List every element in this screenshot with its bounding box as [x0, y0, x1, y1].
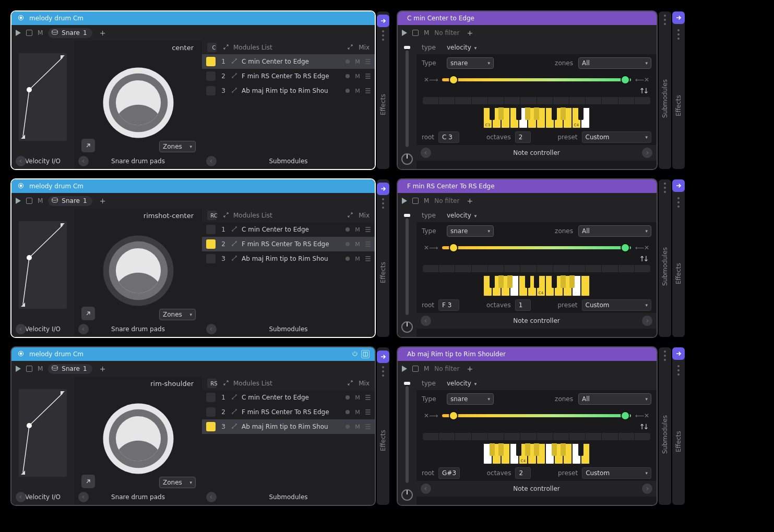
power-icon[interactable] [352, 350, 358, 358]
range-slider[interactable]: ✕⟶ ⟵✕ [424, 76, 649, 83]
piano-black-key[interactable] [552, 107, 557, 120]
expand-icon[interactable] [223, 212, 229, 220]
add-button[interactable]: + [98, 197, 108, 205]
octaves-value[interactable]: 1 [515, 299, 531, 311]
monitor-label[interactable]: M [38, 197, 43, 204]
drag-dots[interactable] [664, 183, 666, 193]
zone-indicator[interactable] [206, 225, 216, 234]
piano-black-key[interactable] [578, 443, 584, 456]
zone-indicator[interactable] [206, 422, 216, 431]
piano-black-key[interactable] [490, 107, 495, 120]
zones-select[interactable]: Zones▾ [159, 309, 196, 320]
add-button[interactable]: + [98, 29, 108, 37]
root-value[interactable]: F 3 [438, 299, 459, 311]
instrument-chip[interactable]: Snare 1 [48, 364, 92, 374]
piano-white-key[interactable] [581, 275, 590, 296]
type2-select[interactable]: snare▾ [447, 57, 494, 69]
piano-black-key[interactable] [525, 107, 530, 120]
velocity-graph[interactable] [11, 41, 74, 153]
max-handle[interactable] [621, 243, 630, 252]
drag-dots[interactable] [664, 350, 666, 361]
drag-handle[interactable] [365, 395, 371, 400]
play-button[interactable] [402, 366, 407, 372]
drum-pad[interactable] [99, 64, 177, 144]
expand-icon[interactable] [223, 380, 229, 388]
nav-left[interactable] [16, 324, 26, 334]
invert-icon[interactable]: ↑↓ [639, 87, 647, 95]
mute-label[interactable]: M [354, 424, 361, 430]
expand-icon[interactable] [347, 212, 353, 220]
stop-button[interactable] [412, 366, 419, 372]
preset-select[interactable]: Custom▾ [582, 131, 652, 143]
nav-right[interactable] [642, 316, 652, 326]
side-arrow[interactable] [672, 11, 685, 24]
mute-label[interactable]: M [354, 409, 361, 416]
min-handle[interactable] [449, 243, 458, 252]
drag-dots[interactable] [677, 197, 680, 208]
filter-label[interactable]: No filter [434, 197, 459, 204]
side-arrow[interactable] [377, 183, 389, 195]
nav-left[interactable] [421, 148, 431, 158]
piano-black-key[interactable] [552, 443, 557, 456]
zones-select[interactable]: All▾ [578, 225, 651, 237]
piano-black-key[interactable] [525, 275, 530, 288]
level-slider[interactable] [406, 383, 409, 483]
velocity-graph[interactable] [11, 377, 74, 489]
monitor-label[interactable]: M [424, 365, 429, 372]
segment-strip[interactable] [423, 97, 650, 104]
pan-knob[interactable] [401, 153, 413, 165]
type2-select[interactable]: snare▾ [447, 225, 494, 237]
monitor-label[interactable]: M [38, 365, 43, 372]
max-handle[interactable] [621, 75, 630, 84]
nav-left[interactable] [78, 492, 89, 502]
module-row[interactable]: 1 C min Center to Edge M [202, 222, 375, 237]
piano-black-key[interactable] [534, 443, 539, 456]
level-slider[interactable] [406, 47, 409, 147]
drag-dots[interactable] [382, 30, 384, 41]
filter-label[interactable]: No filter [434, 29, 459, 37]
type-value[interactable]: velocity ▾ [447, 212, 477, 219]
side-label[interactable]: Submodules [661, 28, 669, 169]
play-button[interactable] [16, 366, 21, 372]
type2-select[interactable]: snare▾ [447, 393, 494, 405]
type-value[interactable]: velocity ▾ [447, 44, 477, 51]
mute-label[interactable]: M [354, 226, 361, 233]
piano-black-key[interactable] [490, 443, 495, 456]
expand-button[interactable] [81, 475, 95, 488]
segment-strip[interactable] [423, 433, 650, 440]
side-arrow[interactable] [377, 350, 389, 363]
piano-black-key[interactable] [490, 275, 495, 288]
invert-icon[interactable]: ↑↓ [639, 255, 647, 263]
module-row[interactable]: 2 F min RS Center To RS Edge M [202, 69, 375, 83]
piano-black-key[interactable] [578, 107, 584, 120]
root-value[interactable]: C 3 [438, 131, 459, 143]
mute-label[interactable]: M [354, 88, 361, 94]
preset-select[interactable]: Custom▾ [582, 467, 651, 479]
drag-handle[interactable] [365, 227, 371, 232]
drag-dots[interactable] [677, 365, 680, 376]
nav-left[interactable] [421, 316, 431, 326]
stop-button[interactable] [26, 30, 32, 36]
velocity-graph[interactable] [11, 209, 74, 321]
drag-handle[interactable] [365, 256, 371, 261]
mute-label[interactable]: M [354, 241, 361, 248]
octaves-value[interactable]: 2 [515, 467, 531, 479]
module-row[interactable]: 2 F min RS Center To RS Edge M [202, 405, 375, 419]
max-handle[interactable] [621, 411, 630, 420]
module-row[interactable]: 3 Ab maj Rim tip to Rim Shou M [202, 419, 375, 434]
filter-label[interactable]: No filter [434, 365, 459, 372]
side-arrow[interactable] [672, 347, 685, 360]
zone-indicator[interactable] [206, 239, 216, 249]
side-label[interactable]: Effects [675, 379, 682, 505]
module-row[interactable]: 1 C min Center to Edge M [202, 54, 375, 69]
drag-handle[interactable] [365, 88, 371, 93]
instrument-chip[interactable]: Snare 1 [48, 28, 92, 38]
nav-left[interactable] [16, 156, 26, 166]
drag-dots[interactable] [382, 366, 384, 377]
drag-handle[interactable] [365, 241, 371, 247]
octaves-value[interactable]: 2 [515, 131, 531, 143]
piano-black-key[interactable] [552, 275, 557, 288]
type-value[interactable]: velocity ▾ [447, 380, 477, 387]
add-button[interactable]: + [465, 365, 475, 373]
piano-black-key[interactable] [534, 275, 539, 288]
